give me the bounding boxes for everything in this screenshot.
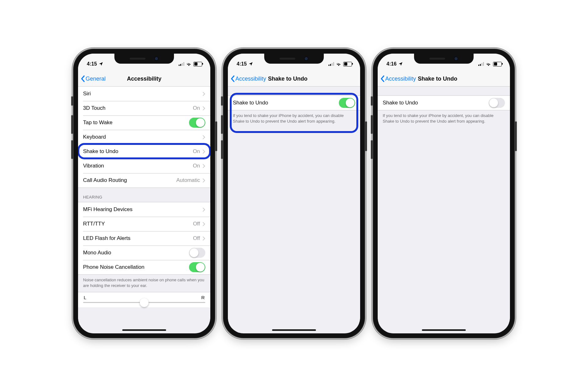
phone-frame: 4:16 Accessibility Shake to Undo: [373, 49, 514, 338]
back-label: Accessibility: [385, 76, 416, 82]
balance-right-label: R: [201, 295, 205, 300]
notch: [414, 54, 474, 64]
nav-bar: General Accessibility: [78, 71, 210, 87]
location-icon: [99, 62, 103, 66]
row-led-flash[interactable]: LED Flash for Alerts Off: [78, 231, 210, 246]
mute-switch: [371, 96, 373, 106]
row-mono-audio: Mono Audio: [78, 246, 210, 260]
nav-title: Shake to Undo: [418, 76, 457, 82]
toggle-switch[interactable]: [189, 262, 205, 272]
toggle-switch[interactable]: [189, 248, 205, 258]
back-label: General: [86, 76, 106, 82]
notch: [114, 54, 174, 64]
section-footer-shake: If you tend to shake your iPhone by acci…: [228, 110, 360, 128]
toggle-switch[interactable]: [189, 118, 205, 128]
shake-section: Shake to Undo: [228, 95, 360, 110]
location-icon: [398, 62, 403, 66]
volume-up-button: [71, 115, 73, 134]
battery-icon: [343, 62, 352, 66]
settings-list[interactable]: Siri 3D Touch On Tap to Wake Keyboard: [78, 87, 210, 333]
status-time: 4:15: [87, 61, 97, 67]
cellular-signal-icon: [179, 62, 184, 66]
side-button: [365, 121, 367, 151]
chevron-right-icon: [202, 164, 205, 168]
battery-icon: [493, 62, 502, 66]
balance-left-label: L: [84, 295, 86, 300]
row-call-audio-routing[interactable]: Call Audio Routing Automatic: [78, 173, 210, 188]
section-footer-shake: If you tend to shake your iPhone by acci…: [378, 110, 510, 128]
slider-thumb[interactable]: [140, 298, 149, 307]
status-time: 4:15: [237, 61, 247, 67]
home-indicator[interactable]: [422, 329, 466, 331]
nav-bar: Accessibility Shake to Undo: [378, 71, 510, 87]
back-button[interactable]: General: [81, 75, 106, 82]
chevron-right-icon: [202, 92, 205, 96]
volume-down-button: [371, 140, 373, 159]
nav-title: Accessibility: [127, 76, 161, 82]
row-mfi-hearing[interactable]: MFi Hearing Devices: [78, 202, 210, 217]
wifi-icon: [486, 62, 491, 66]
three-phone-tutorial: 4:15: [0, 0, 588, 387]
row-shake-to-undo: Shake to Undo: [378, 96, 510, 110]
phone-frame: 4:15: [74, 49, 215, 338]
cellular-signal-icon: [478, 62, 484, 66]
nav-title: Shake to Undo: [268, 76, 307, 82]
row-noise-cancellation: Phone Noise Cancellation: [78, 260, 210, 274]
location-icon: [249, 62, 253, 66]
mute-switch: [221, 96, 223, 106]
home-indicator[interactable]: [122, 329, 166, 331]
wifi-icon: [336, 62, 341, 66]
volume-down-button: [221, 140, 223, 159]
notch: [264, 54, 324, 64]
nav-bar: Accessibility Shake to Undo: [228, 71, 360, 87]
row-tap-to-wake: Tap to Wake: [78, 115, 210, 130]
interaction-section: Siri 3D Touch On Tap to Wake Keyboard: [78, 87, 210, 188]
back-label: Accessibility: [235, 76, 266, 82]
side-button: [515, 121, 517, 151]
volume-down-button: [71, 140, 73, 159]
row-siri[interactable]: Siri: [78, 87, 210, 101]
chevron-right-icon: [202, 135, 205, 140]
toggle-switch[interactable]: [339, 98, 355, 108]
cellular-signal-icon: [328, 62, 334, 66]
phone-frame: 4:15 Accessibility Shake to Undo: [223, 49, 365, 338]
chevron-right-icon: [202, 178, 205, 183]
screen: 4:15: [78, 54, 210, 333]
row-shake-to-undo: Shake to Undo: [228, 96, 360, 110]
settings-list[interactable]: Shake to Undo If you tend to shake your …: [378, 87, 510, 333]
volume-up-button: [221, 115, 223, 134]
section-footer-noise: Noise cancellation reduces ambient noise…: [78, 275, 210, 292]
row-keyboard[interactable]: Keyboard: [78, 130, 210, 144]
screen: 4:16 Accessibility Shake to Undo: [378, 54, 510, 333]
back-button[interactable]: Accessibility: [380, 75, 416, 82]
mute-switch: [71, 96, 73, 106]
chevron-right-icon: [202, 149, 205, 154]
row-vibration[interactable]: Vibration On: [78, 159, 210, 173]
status-time: 4:16: [386, 61, 396, 67]
battery-icon: [193, 62, 202, 66]
chevron-right-icon: [202, 236, 205, 241]
side-button: [215, 121, 217, 151]
home-indicator[interactable]: [272, 329, 316, 331]
row-shake-to-undo[interactable]: Shake to Undo On: [78, 144, 210, 159]
section-header-hearing: HEARING: [78, 188, 210, 202]
chevron-right-icon: [202, 207, 205, 212]
chevron-right-icon: [202, 106, 205, 111]
chevron-right-icon: [202, 222, 205, 226]
row-rtt-tty[interactable]: RTT/TTY Off: [78, 217, 210, 231]
screen: 4:15 Accessibility Shake to Undo: [228, 54, 360, 333]
hearing-section: MFi Hearing Devices RTT/TTY Off LED Flas…: [78, 202, 210, 275]
volume-up-button: [371, 115, 373, 134]
back-button[interactable]: Accessibility: [230, 75, 266, 82]
row-3d-touch[interactable]: 3D Touch On: [78, 101, 210, 115]
shake-section: Shake to Undo: [378, 95, 510, 110]
audio-balance-slider[interactable]: L R: [78, 292, 210, 307]
toggle-switch[interactable]: [489, 98, 505, 108]
settings-list[interactable]: Shake to Undo If you tend to shake your …: [228, 87, 360, 333]
wifi-icon: [186, 62, 192, 66]
